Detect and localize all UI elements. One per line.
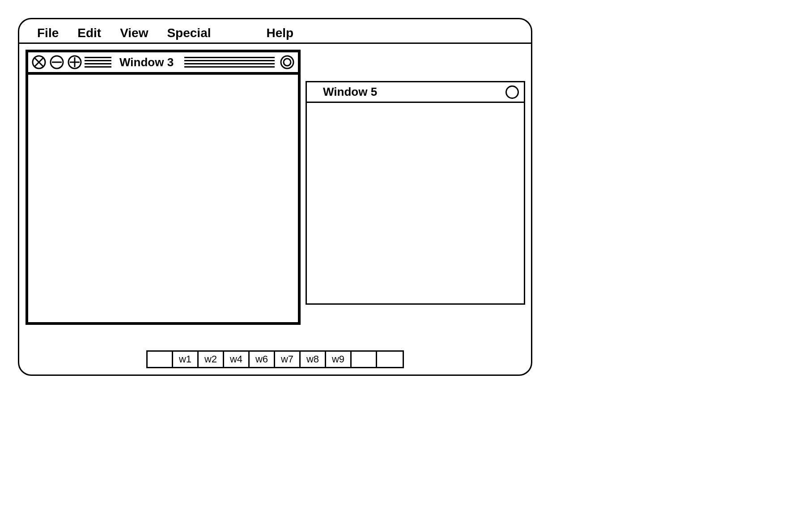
close-icon[interactable] — [31, 54, 47, 70]
taskbar-item-w4[interactable]: w4 — [224, 352, 250, 367]
window-3-title: Window 3 — [113, 55, 180, 69]
taskbar-item-empty[interactable] — [352, 352, 377, 367]
maximize-icon[interactable] — [67, 54, 83, 70]
minimize-icon[interactable] — [49, 54, 65, 70]
taskbar-item-w7[interactable]: w7 — [275, 352, 301, 367]
taskbar-item-w8[interactable]: w8 — [301, 352, 326, 367]
svg-point-9 — [284, 59, 291, 66]
window-5-titlebar[interactable]: Window 5 — [307, 82, 524, 103]
taskbar: w1 w2 w4 w6 w7 w8 w9 — [146, 350, 404, 368]
window-5-title: Window 5 — [310, 85, 383, 99]
circle-icon[interactable] — [504, 84, 520, 100]
desktop: File Edit View Special Help Window 5 — [18, 18, 532, 376]
menu-file[interactable]: File — [37, 26, 59, 40]
menubar: File Edit View Special Help — [19, 24, 531, 44]
taskbar-item-w6[interactable]: w6 — [250, 352, 275, 367]
zoom-icon[interactable] — [279, 54, 295, 70]
taskbar-item-empty[interactable] — [148, 352, 173, 367]
taskbar-item-w9[interactable]: w9 — [326, 352, 352, 367]
window-3[interactable]: Window 3 — [25, 50, 301, 325]
menu-special[interactable]: Special — [167, 26, 211, 40]
taskbar-item-w2[interactable]: w2 — [199, 352, 224, 367]
menu-help[interactable]: Help — [267, 26, 294, 40]
svg-point-8 — [281, 56, 293, 68]
titlebar-texture-left — [85, 57, 111, 68]
taskbar-item-w1[interactable]: w1 — [173, 352, 199, 367]
window-5-content — [307, 103, 524, 303]
menu-view[interactable]: View — [120, 26, 148, 40]
titlebar-texture-right — [184, 57, 275, 68]
window-3-content — [28, 75, 298, 322]
window-5[interactable]: Window 5 — [306, 81, 525, 305]
menu-edit[interactable]: Edit — [77, 26, 101, 40]
window-3-titlebar[interactable]: Window 3 — [28, 52, 298, 75]
taskbar-item-empty[interactable] — [377, 352, 403, 367]
